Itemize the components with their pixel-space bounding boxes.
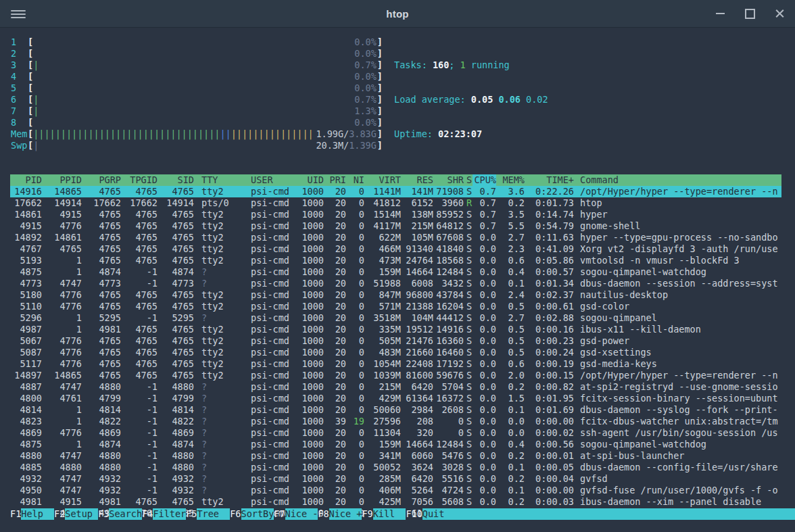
- process-row[interactable]: 487514874-14874?psi-cmd1000200159M146641…: [10, 266, 781, 278]
- fn-f6-sortby-button[interactable]: SortBy: [241, 508, 274, 520]
- process-row[interactable]: 1489214861476547654765tty2psi-cmd1000200…: [10, 232, 781, 243]
- process-row[interactable]: 487514874-14874?psi-cmd1000200159M146641…: [10, 439, 781, 450]
- column-header-user[interactable]: USER: [251, 174, 299, 186]
- cell-sid: 4874: [158, 266, 194, 278]
- process-row[interactable]: 47674765476547654765tty2psi-cmd100020046…: [10, 243, 781, 255]
- process-row[interactable]: 49154776476547654765tty2psi-cmd100020041…: [10, 220, 781, 232]
- cell-ppid: 14865: [42, 186, 82, 197]
- fn-f4-filter-button[interactable]: Filter: [153, 508, 186, 520]
- column-header-uid[interactable]: UID: [299, 174, 324, 186]
- process-row[interactable]: 493247474932-14932?psi-cmd1000200285M642…: [10, 473, 781, 485]
- process-row[interactable]: 488047474880-14880?psi-cmd1000200341M606…: [10, 450, 781, 462]
- fn-f7-nice-button[interactable]: Nice -: [285, 508, 318, 520]
- close-button[interactable]: [773, 7, 786, 20]
- process-row[interactable]: 49871498147654765tty2psi-cmd1000200335M1…: [10, 324, 781, 335]
- menu-icon[interactable]: [11, 8, 26, 19]
- process-row[interactable]: 1489714865476547654765tty2psi-cmd1000200…: [10, 370, 781, 381]
- column-header-command[interactable]: Command: [574, 174, 781, 186]
- process-row[interactable]: 51174776476547654765tty2psi-cmd100020010…: [10, 358, 781, 370]
- process-row[interactable]: 495047474932-14932?psi-cmd1000200406M526…: [10, 485, 781, 496]
- cell-s: S: [464, 416, 473, 427]
- process-row[interactable]: 51931476547654765tty2psi-cmd1000200473M2…: [10, 255, 781, 266]
- process-row[interactable]: 50674776476547654765tty2psi-cmd100020050…: [10, 335, 781, 347]
- cell-ppid: 1: [42, 312, 82, 324]
- cell-tty: ?: [194, 393, 251, 404]
- process-row[interactable]: 486947764869-14869?psi-cmd10002001130432…: [10, 427, 781, 439]
- process-row[interactable]: 49814915498147654765tty2psi-cmd100020042…: [10, 496, 781, 508]
- fn-f8-nice-button[interactable]: Nice +: [329, 508, 362, 520]
- process-row[interactable]: 477347474773-14773?psi-cmd10002005198860…: [10, 278, 781, 289]
- cell-shr: 64812: [433, 220, 464, 232]
- cell-s: S: [464, 312, 473, 324]
- cell-ppid: 4747: [42, 473, 82, 485]
- cell-s: S: [464, 439, 473, 450]
- process-row[interactable]: 50874776476547654765tty2psi-cmd100020048…: [10, 347, 781, 358]
- process-row[interactable]: 488548804880-14880?psi-cmd10002005005236…: [10, 462, 781, 473]
- cell-uid: 1000: [299, 312, 324, 324]
- cell-s: S: [464, 358, 473, 370]
- cell-ppid: 4747: [42, 485, 82, 496]
- column-header-timeplus[interactable]: TIME+: [525, 174, 574, 186]
- fn-f3-search-button[interactable]: Search: [109, 508, 142, 520]
- process-row[interactable]: 480047614799-14799?psi-cmd1000200429M613…: [10, 393, 781, 404]
- cell-timeplus: 0:00.01: [525, 450, 574, 462]
- column-header-mempct[interactable]: MEM%: [496, 174, 525, 186]
- cell-ni: 0: [346, 289, 364, 301]
- process-row[interactable]: 51104776476547654765tty2psi-cmd100020057…: [10, 301, 781, 312]
- fn-f1-help-button[interactable]: Help: [21, 508, 54, 520]
- column-header-tty[interactable]: TTY: [194, 174, 251, 186]
- cell-tpgid: -1: [121, 416, 158, 427]
- cell-mempct: 2.0: [496, 370, 525, 381]
- cell-tty: tty2: [194, 347, 251, 358]
- column-header-pri[interactable]: PRI: [324, 174, 346, 186]
- column-header-tpgid[interactable]: TPGID: [121, 174, 158, 186]
- cell-ni: 0: [346, 255, 364, 266]
- fnkey-f6-label: F6: [230, 508, 241, 520]
- cell-ni: 0: [346, 370, 364, 381]
- cell-shr: 5608: [433, 496, 464, 508]
- cell-ppid: 4747: [42, 381, 82, 393]
- fn-f9-kill-button[interactable]: Kill: [373, 508, 406, 520]
- process-row[interactable]: 482314822-14822?psi-cmd10003919275962080…: [10, 416, 781, 427]
- fn-f10-quit-button[interactable]: Quit: [423, 508, 456, 520]
- column-header-shr[interactable]: SHR: [433, 174, 464, 186]
- fn-f2-setup-button[interactable]: Setup: [65, 508, 98, 520]
- cell-cpupct: 0.7: [473, 220, 496, 232]
- process-row[interactable]: 148614915476547654765tty2psi-cmd10002001…: [10, 209, 781, 220]
- cell-ni: 0: [346, 427, 364, 439]
- cell-tty: ?: [194, 439, 251, 450]
- process-row[interactable]: 1766214914176621766214914pts/0psi-cmd100…: [10, 197, 781, 209]
- cell-timeplus: 0:01.95: [525, 393, 574, 404]
- cell-mempct: 0.2: [496, 496, 525, 508]
- column-header-res[interactable]: RES: [401, 174, 433, 186]
- column-header-s[interactable]: S: [464, 174, 473, 186]
- column-header-ni[interactable]: NI: [346, 174, 364, 186]
- process-row[interactable]: 1491614865476547654765tty2psi-cmd1000200…: [10, 186, 781, 197]
- cell-mempct: 0.5: [496, 324, 525, 335]
- cell-pid: 4823: [10, 416, 42, 427]
- process-row[interactable]: 529615295-15295?psi-cmd10002003518M104M4…: [10, 312, 781, 324]
- cell-ni: 19: [346, 416, 364, 427]
- cell-command: htop: [574, 197, 781, 209]
- minimize-button[interactable]: [714, 7, 726, 20]
- process-row[interactable]: 51804776476547654765tty2psi-cmd100020084…: [10, 289, 781, 301]
- cell-pgrp: 4880: [82, 462, 121, 473]
- cell-pri: 20: [324, 209, 346, 220]
- maximize-button[interactable]: [744, 7, 756, 20]
- cell-ppid: 4776: [42, 289, 82, 301]
- column-header-cpupct[interactable]: CPU%: [473, 174, 496, 186]
- cell-virt: 335M: [364, 324, 401, 335]
- cell-pri: 20: [324, 186, 346, 197]
- process-row[interactable]: 488747474880-14880?psi-cmd1000200215M642…: [10, 381, 781, 393]
- table-header-row: PIDPPIDPGRPTPGIDSIDTTYUSERUIDPRINIVIRTRE…: [10, 174, 781, 186]
- column-header-pid[interactable]: PID: [10, 174, 42, 186]
- process-row[interactable]: 481414814-14814?psi-cmd10002005006029842…: [10, 404, 781, 416]
- column-header-sid[interactable]: SID: [158, 174, 194, 186]
- fn-f5-tree-button[interactable]: Tree: [197, 508, 230, 520]
- column-header-virt[interactable]: VIRT: [364, 174, 401, 186]
- column-header-ppid[interactable]: PPID: [42, 174, 82, 186]
- cell-command: at-spi2-registryd --use-gnome-sessio: [574, 381, 781, 393]
- cell-tpgid: -1: [121, 278, 158, 289]
- cell-command: gsd-color: [574, 301, 781, 312]
- column-header-pgrp[interactable]: PGRP: [82, 174, 121, 186]
